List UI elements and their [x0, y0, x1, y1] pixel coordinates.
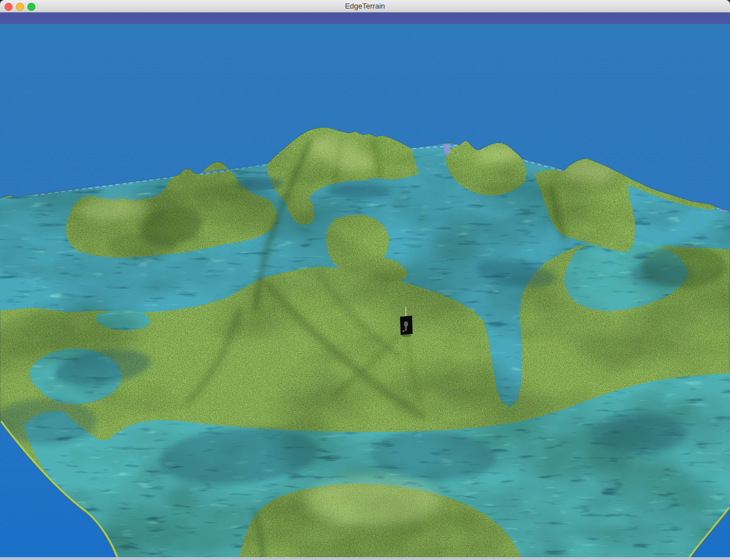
horizon-haze-band [0, 13, 730, 24]
title-bar: EdgeTerrain [0, 0, 730, 13]
window-title: EdgeTerrain [0, 0, 730, 13]
marker-glyph-stem [405, 327, 407, 331]
app-window: EdgeTerrain [0, 0, 730, 560]
marker-glyph-bulb [404, 321, 408, 327]
terrain-viewport[interactable] [0, 0, 730, 560]
marker-speck [402, 330, 404, 332]
bottom-edge-strip [0, 557, 730, 560]
